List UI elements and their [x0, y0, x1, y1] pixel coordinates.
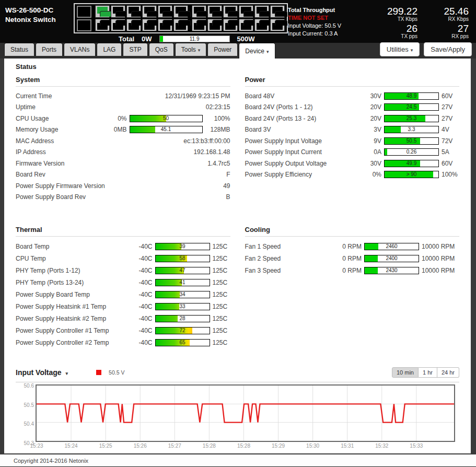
port-rj45[interactable]	[173, 5, 188, 18]
status-row: Power Supply Output Voltage30V49.960V	[245, 158, 460, 169]
gauge-max-label: 10000 RPM	[422, 267, 459, 274]
row-label: Power Supply Efficiency	[245, 171, 312, 178]
gauge-min-label: 0 RPM	[339, 267, 362, 274]
utilities-button[interactable]: Utilities▾	[380, 42, 420, 56]
port-rj45[interactable]	[270, 19, 285, 31]
port-rj45[interactable]	[239, 19, 253, 31]
footer: Copyright 2014-2016 Netonix	[0, 454, 476, 466]
gauge-group: 0%> 90100%	[366, 171, 459, 178]
port-rj45[interactable]	[95, 5, 110, 18]
gauge-max-label: 125C	[213, 315, 230, 322]
divider	[16, 382, 459, 382]
header: WS-26-500-DC Netonix Switch Total 0W 11.…	[0, 0, 476, 43]
gauge-group: -40C33125C	[136, 303, 230, 310]
rx-kbps-label: RX Kbps	[424, 16, 469, 22]
gauge-value: 50.5	[385, 138, 438, 144]
tab-lag[interactable]: LAG	[97, 43, 122, 56]
port-tab-shape	[178, 20, 191, 26]
port-rj45[interactable]	[158, 19, 172, 31]
port-rj45[interactable]	[223, 5, 238, 18]
gauge-track: 50	[130, 115, 203, 122]
x-axis-label: 15:24	[65, 443, 78, 449]
tab-power[interactable]: Power	[207, 43, 238, 56]
gauge-group: 20V25.327V	[366, 115, 459, 122]
gauge-value: > 90	[385, 171, 438, 178]
port-tab-shape	[275, 11, 287, 17]
row-label: Power Supply Heatsink #2 Temp	[16, 315, 106, 322]
row-label: Fan 2 Speed	[245, 255, 281, 262]
tab-status[interactable]: Status	[4, 43, 34, 56]
port-rj45[interactable]	[111, 5, 125, 18]
port-rj45[interactable]	[111, 19, 125, 31]
tab-tools[interactable]: Tools▾	[175, 43, 207, 56]
port-rj45[interactable]	[223, 19, 238, 31]
voltage-line	[37, 404, 454, 422]
gauge-max-label: 10000 RPM	[422, 243, 459, 250]
gauge-value: 49.9	[385, 160, 438, 167]
row-label: IP Address	[16, 148, 46, 156]
port-tab-shape	[275, 20, 287, 26]
gauge-value: 72	[156, 328, 210, 334]
gauge-group: 0A0.265A	[366, 148, 459, 156]
port-group	[192, 5, 285, 31]
tab-vlans[interactable]: VLANs	[64, 43, 96, 56]
gauge-value: 50	[130, 115, 202, 122]
gauge-track: 25.3	[384, 115, 439, 122]
row-label: Power Supply Board Rev	[16, 193, 86, 201]
port-rj45[interactable]	[126, 19, 141, 31]
gauge-min-label: 20V	[366, 115, 381, 122]
status-row: CPU Temp-40C58125C	[16, 252, 230, 264]
port-rj45[interactable]	[207, 19, 222, 31]
gauge-min-label: 9V	[366, 137, 381, 145]
chart-metric-select[interactable]: Input Voltage ▾	[16, 368, 68, 377]
gauge-min-label: 0%	[366, 171, 381, 178]
port-sfp[interactable]	[77, 19, 91, 31]
port-rj45[interactable]	[239, 5, 253, 18]
port-sfp[interactable]	[77, 6, 91, 18]
port-diagram	[74, 3, 288, 33]
range-button-24-hr[interactable]: 24 hr	[437, 367, 459, 378]
port-rj45[interactable]	[158, 5, 172, 18]
row-label: Power Supply Board Temp	[16, 291, 90, 298]
range-button-1-hr[interactable]: 1 hr	[419, 367, 437, 378]
status-row: Board 24V (Ports 13 - 24)20V25.327V	[245, 113, 460, 124]
port-rj45[interactable]	[254, 5, 269, 18]
status-row: Firmware Version1.4.7rc5	[16, 158, 230, 169]
gauge-group: 0 RPM243010000 RPM	[339, 267, 459, 274]
port-rj45[interactable]	[254, 19, 269, 31]
status-row: Power Supply Efficiency0%> 90100%	[245, 169, 460, 181]
caret-down-icon: ▾	[411, 48, 413, 53]
row-label: Fan 1 Speed	[245, 243, 281, 250]
gauge-group: 30V48.960V	[366, 92, 459, 100]
row-label: Board Rev	[16, 171, 45, 178]
port-rj45[interactable]	[95, 19, 110, 31]
tab-stp[interactable]: STP	[123, 43, 147, 56]
gauge-track: 41	[155, 279, 210, 286]
port-rj45[interactable]	[207, 5, 222, 18]
gauge-min-label: 0 RPM	[339, 243, 362, 250]
port-rj45[interactable]	[142, 19, 157, 31]
status-row: Board RevF	[16, 169, 230, 181]
gauge-track: 45.1	[130, 126, 203, 133]
tab-qos[interactable]: QoS	[149, 43, 174, 56]
status-row: Power Supply Heatsink #1 Temp-40C33125C	[16, 300, 230, 312]
row-label: PHY Temp (Ports 13-24)	[16, 279, 84, 286]
port-rj45[interactable]	[142, 5, 157, 18]
tab-ports[interactable]: Ports	[36, 43, 63, 56]
chart: 50.650.550.450.315:2315:2415:2515:2615:2…	[16, 384, 459, 442]
port-rj45[interactable]	[126, 5, 141, 18]
gauge-min-label: -40C	[136, 255, 153, 262]
row-label: CPU Temp	[16, 255, 46, 262]
port-rj45[interactable]	[270, 5, 285, 18]
row-value: 1.4.7rc5	[207, 160, 230, 167]
tab-device[interactable]: Device▾	[239, 43, 275, 59]
range-button-10-min[interactable]: 10 min	[392, 367, 419, 378]
gauge-group: -40C65125C	[136, 339, 230, 346]
status-row: PHY Temp (Ports 13-24)-40C41125C	[16, 276, 230, 288]
save-apply-button[interactable]: Save/Apply	[424, 42, 472, 56]
port-rj45[interactable]	[192, 19, 206, 31]
port-rj45[interactable]	[173, 19, 188, 31]
status-row: MAC Addressec:13:b3:ff:00:00	[16, 135, 230, 147]
rx-pps-value: 27	[424, 24, 469, 33]
port-rj45[interactable]	[192, 5, 206, 18]
